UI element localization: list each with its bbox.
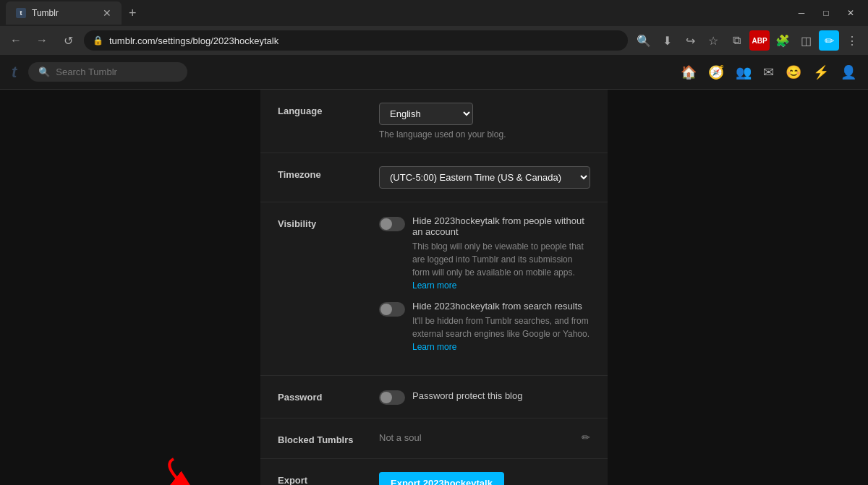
star-icon-btn[interactable]: ☆	[703, 30, 723, 51]
hide-search-desc: It'll be hidden from Tumblr searches, an…	[412, 314, 590, 353]
search-icon-btn[interactable]: 🔍	[634, 30, 654, 51]
close-button[interactable]: ✕	[839, 1, 862, 25]
forward-button[interactable]: →	[32, 30, 52, 51]
home-nav-icon[interactable]: 🏠	[681, 64, 697, 80]
activity-nav-icon[interactable]: ⚡	[813, 64, 829, 80]
password-row: Password Password protect this blog	[260, 376, 608, 419]
extensions-icon-btn[interactable]: ⧉	[726, 30, 746, 51]
content-area: Language English Español Français Deutsc…	[0, 90, 868, 485]
puzzle-icon-btn[interactable]: 🧩	[773, 30, 793, 51]
timezone-dropdown[interactable]: (UTC-5:00) Eastern Time (US & Canada) (U…	[379, 166, 590, 189]
window-controls: ─ □ ✕	[790, 1, 862, 25]
settings-panel: Language English Español Français Deutsc…	[260, 90, 608, 485]
explore-nav-icon[interactable]: 🧭	[708, 64, 724, 80]
new-tab-button[interactable]: +	[124, 4, 141, 22]
hide-account-content: Hide 2023hockeytalk from people without …	[412, 215, 590, 292]
toolbar-icons: 🔍 ⬇ ↪ ☆ ⧉ ABP 🧩 ◫ ✏ ⋮	[634, 30, 862, 51]
share-icon-btn[interactable]: ↪	[680, 30, 700, 51]
export-button[interactable]: Export 2023hockeytalk	[379, 472, 504, 485]
tab-title: Tumblr	[32, 8, 97, 18]
language-row: Language English Español Français Deutsc…	[260, 90, 608, 153]
url-bar[interactable]: 🔒 tumblr.com/settings/blog/2023hockeytal…	[84, 30, 628, 51]
hide-search-title: Hide 2023hockeytalk from search results	[412, 301, 590, 312]
search-bar-container[interactable]: 🔍	[28, 62, 187, 82]
hide-account-desc: This blog will only be viewable to peopl…	[412, 240, 590, 292]
tab-favicon: t	[16, 8, 26, 18]
export-label: Export	[278, 472, 379, 485]
language-dropdown[interactable]: English Español Français Deutsch 日本語	[379, 103, 473, 125]
edit-icon-btn[interactable]: ✏	[819, 30, 839, 51]
address-bar: ← → ↺ 🔒 tumblr.com/settings/blog/2023hoc…	[0, 26, 868, 55]
community-nav-icon[interactable]: 👥	[736, 64, 752, 80]
export-control: Export 2023hockeytalk Delete 2023hockeyt…	[379, 472, 590, 485]
account-nav-icon[interactable]: 😊	[786, 64, 801, 80]
search-bar-icon: 🔍	[38, 66, 50, 77]
back-button[interactable]: ←	[6, 30, 26, 51]
visibility-row: Visibility Hide 2023hockeytalk from peop…	[260, 202, 608, 376]
maximize-button[interactable]: □	[814, 1, 838, 25]
hide-search-content: Hide 2023hockeytalk from search results …	[412, 301, 590, 353]
export-row: Export Export 2023hockeytalk Delete 2023…	[260, 459, 608, 485]
hide-account-toggle[interactable]	[379, 217, 405, 231]
language-helper: The language used on your blog.	[379, 129, 590, 140]
blocked-label: Blocked Tumblrs	[278, 432, 379, 445]
language-control: English Español Français Deutsch 日本語 The…	[379, 103, 590, 140]
visibility-label: Visibility	[278, 215, 379, 229]
lock-icon: 🔒	[93, 35, 103, 46]
abp-icon-btn[interactable]: ABP	[749, 30, 770, 51]
title-bar: t Tumblr ✕ + ─ □ ✕	[0, 0, 868, 26]
timezone-control: (UTC-5:00) Eastern Time (US & Canada) (U…	[379, 166, 590, 189]
hide-account-toggle-row: Hide 2023hockeytalk from people without …	[379, 215, 590, 292]
search-input[interactable]	[56, 66, 177, 77]
url-text: tumblr.com/settings/blog/2023hockeytalk	[109, 35, 278, 46]
sidebar-icon-btn[interactable]: ◫	[796, 30, 816, 51]
timezone-label: Timezone	[278, 166, 379, 180]
password-toggle[interactable]	[379, 390, 405, 405]
visibility-control: Hide 2023hockeytalk from people without …	[379, 215, 590, 362]
red-arrow	[152, 452, 260, 485]
tumblr-logo: t	[12, 63, 17, 82]
refresh-button[interactable]: ↺	[58, 30, 78, 51]
password-label: Password	[278, 389, 379, 403]
blocked-control: Not a soul ✏	[379, 432, 590, 443]
browser-frame: t Tumblr ✕ + ─ □ ✕ ← → ↺ 🔒 tumblr.com/se…	[0, 0, 868, 485]
timezone-row: Timezone (UTC-5:00) Eastern Time (US & C…	[260, 153, 608, 202]
menu-icon-btn[interactable]: ⋮	[842, 30, 862, 51]
hide-account-learn-more[interactable]: Learn more	[412, 280, 456, 291]
hide-search-learn-more[interactable]: Learn more	[412, 342, 456, 352]
minimize-button[interactable]: ─	[790, 1, 813, 25]
profile-nav-icon[interactable]: 👤	[841, 64, 856, 80]
blocked-row: Blocked Tumblrs Not a soul ✏	[260, 419, 608, 459]
hide-search-toggle-row: Hide 2023hockeytalk from search results …	[379, 301, 590, 353]
hide-account-title: Hide 2023hockeytalk from people without …	[412, 215, 590, 237]
browser-tab[interactable]: t Tumblr ✕	[6, 1, 122, 25]
tab-close-button[interactable]: ✕	[103, 8, 111, 18]
blocked-edit-icon[interactable]: ✏	[582, 432, 590, 443]
download-icon-btn[interactable]: ⬇	[657, 30, 677, 51]
password-control: Password protect this blog	[379, 389, 590, 405]
language-label: Language	[278, 103, 379, 116]
blocked-value: Not a soul	[379, 432, 422, 443]
mail-nav-icon[interactable]: ✉	[763, 64, 774, 80]
nav-actions: 🏠 🧭 👥 ✉ 😊 ⚡ 👤	[681, 64, 856, 80]
password-toggle-label: Password protect this blog	[412, 390, 522, 401]
password-toggle-row: Password protect this blog	[379, 389, 590, 405]
app-nav: t 🔍 🏠 🧭 👥 ✉ 😊 ⚡ 👤	[0, 55, 868, 90]
hide-search-toggle[interactable]	[379, 302, 405, 317]
